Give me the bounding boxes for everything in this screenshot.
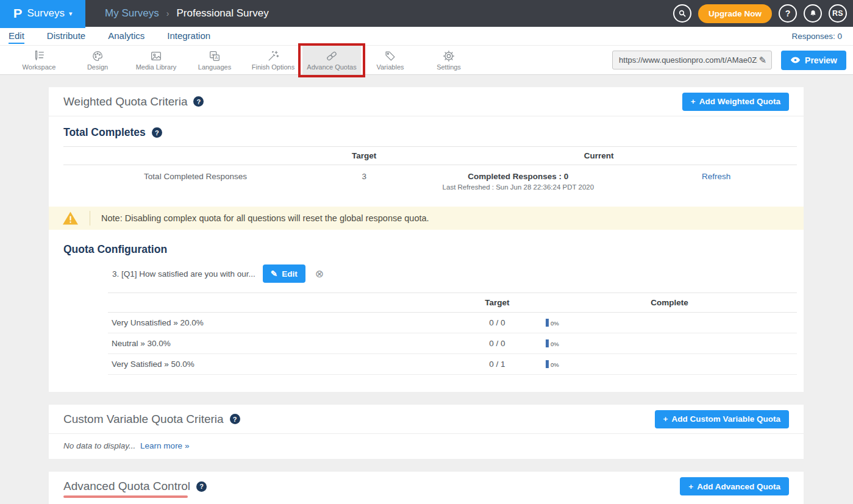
bell-icon: [808, 9, 818, 18]
column-header-target: Target: [327, 147, 401, 165]
total-completes-title: Total Completes: [63, 126, 146, 139]
question-row: 3. [Q1] How satisfied are you with our..…: [112, 264, 796, 283]
quota-configuration-title: Quota Configuration: [63, 243, 167, 256]
edit-question-button[interactable]: ✎ Edit: [263, 264, 305, 283]
toolbar-item-finish-options[interactable]: Finish Options: [244, 46, 302, 74]
progress-bar: [546, 360, 549, 368]
pencil-square-icon: ✎: [271, 269, 277, 279]
translate-icon: жA: [208, 49, 221, 63]
completed-responses-value: Completed Responses : 0: [404, 172, 632, 181]
toolbar-item-label: Advance Quotas: [307, 63, 356, 71]
answer-option-label: Very Unsatisfied » 20.0%: [108, 313, 452, 333]
advanced-quota-card: Advanced Quota Control ? + Add Advanced …: [49, 472, 804, 504]
add-weighted-quota-button[interactable]: + Add Weighted Quota: [682, 93, 789, 111]
help-icon[interactable]: ?: [196, 481, 207, 492]
column-header-complete: Complete: [542, 293, 797, 313]
custom-variable-quota-title: Custom Variable Quota Criteria: [63, 413, 224, 426]
svg-text:A: A: [215, 55, 218, 60]
breadcrumb-current: Professional Survey: [176, 7, 268, 20]
note-text: Note: Disabling complex quota for all qu…: [101, 213, 429, 223]
toolbar-item-media-library[interactable]: Media Library: [127, 46, 185, 74]
toolbar-item-design[interactable]: Design: [68, 46, 127, 74]
no-data-text: No data to display...: [63, 441, 135, 450]
help-icon[interactable]: ?: [193, 96, 204, 107]
survey-nav-tabs: Edit Distribute Analytics Integration Re…: [0, 27, 853, 46]
table-row: Very Satisfied » 50.0% 0 / 1 0%: [108, 354, 797, 375]
target-count[interactable]: 0 / 0: [452, 333, 542, 354]
avatar[interactable]: RS: [829, 4, 847, 23]
magic-wand-icon: [266, 49, 280, 63]
gear-icon: [442, 49, 455, 63]
target-count[interactable]: 0 / 0: [452, 313, 542, 333]
questionpro-logo-icon: P: [13, 6, 22, 21]
toolbar-item-label: Variables: [376, 63, 404, 71]
breadcrumb-my-surveys[interactable]: My Surveys: [105, 7, 159, 20]
toolbar-item-advance-quotas[interactable]: Advance Quotas: [302, 46, 361, 74]
product-menu[interactable]: P Surveys ▾: [0, 0, 85, 27]
percent-value: 0%: [551, 361, 559, 368]
table-row: Very Unsatisfied » 20.0% 0 / 0 0%: [108, 313, 797, 333]
toolbar-item-label: Finish Options: [252, 63, 294, 71]
learn-more-link[interactable]: Learn more »: [140, 441, 189, 450]
survey-url-input[interactable]: [618, 55, 758, 65]
help-icon[interactable]: ?: [152, 127, 162, 138]
add-custom-variable-quota-button[interactable]: + Add Custom Variable Quota: [655, 410, 789, 428]
eye-icon: [790, 56, 801, 64]
edit-url-icon[interactable]: ✎: [758, 55, 766, 66]
edit-toolbar: Workspace Design Media Library жA Langua…: [0, 46, 853, 75]
target-value: 3: [327, 165, 401, 199]
remove-question-icon[interactable]: ⊗: [315, 268, 324, 280]
tag-icon: [384, 49, 397, 63]
answer-option-label: Very Satisfied » 50.0%: [108, 354, 452, 375]
warning-triangle-icon: [62, 211, 79, 225]
plus-icon: +: [663, 414, 668, 424]
last-refreshed-timestamp: Last Refreshed : Sun Jun 28 22:36:24 PDT…: [404, 183, 632, 191]
column-header-current: Current: [401, 147, 797, 165]
custom-variable-quota-card: Custom Variable Quota Criteria ? + Add C…: [49, 405, 804, 459]
help-button[interactable]: ?: [779, 4, 797, 23]
notifications-button[interactable]: [804, 4, 822, 23]
header-actions: Upgrade Now ? RS: [673, 4, 853, 23]
toolbar-item-label: Settings: [437, 63, 461, 71]
refresh-link[interactable]: Refresh: [702, 172, 730, 181]
progress-bar: [546, 319, 549, 327]
tab-edit[interactable]: Edit: [9, 28, 24, 44]
add-advanced-quota-button[interactable]: + Add Advanced Quota: [680, 477, 789, 495]
survey-url-field: ✎: [612, 51, 772, 69]
total-completes-table: Target Current Total Completed Responses…: [63, 146, 797, 199]
upgrade-now-button[interactable]: Upgrade Now: [698, 4, 772, 23]
percent-value: 0%: [551, 320, 559, 327]
toolbar-item-variables[interactable]: Variables: [361, 46, 419, 74]
toolbar-item-label: Languages: [198, 63, 231, 71]
note-divider: [90, 211, 90, 225]
warning-note: Note: Disabling complex quota for all qu…: [49, 207, 804, 230]
target-count[interactable]: 0 / 1: [452, 354, 542, 375]
column-header-target: Target: [452, 293, 542, 313]
help-icon[interactable]: ?: [230, 414, 240, 424]
table-row: Total Completed Responses 3 Completed Re…: [63, 165, 797, 199]
plus-icon: +: [688, 482, 693, 491]
tab-distribute[interactable]: Distribute: [47, 28, 85, 44]
red-underline-annotation: [63, 495, 188, 498]
workspace-icon: [32, 49, 46, 63]
weighted-quota-title: Weighted Quota Criteria: [63, 95, 187, 108]
tab-integration[interactable]: Integration: [167, 28, 210, 44]
image-icon: [149, 49, 163, 63]
quota-configuration-table: Target Complete Very Unsatisfied » 20.0%…: [108, 293, 797, 375]
question-text: 3. [Q1] How satisfied are you with our..…: [112, 269, 255, 279]
table-row: Neutral » 30.0% 0 / 0 0%: [108, 333, 797, 354]
breadcrumb-separator-icon: ›: [166, 9, 170, 18]
toolbar-item-settings[interactable]: Settings: [419, 46, 478, 74]
product-menu-label: Surveys: [27, 7, 65, 20]
toolbar-item-label: Workspace: [23, 63, 56, 71]
preview-label: Preview: [805, 55, 837, 65]
tab-analytics[interactable]: Analytics: [108, 28, 145, 44]
tabrow-accent-bar: [0, 27, 85, 28]
search-button[interactable]: [673, 4, 691, 23]
toolbar-item-languages[interactable]: жA Languages: [185, 46, 244, 74]
responses-count[interactable]: Responses: 0: [791, 32, 853, 41]
preview-button[interactable]: Preview: [781, 51, 846, 70]
toolbar-item-workspace[interactable]: Workspace: [10, 46, 68, 74]
percent-value: 0%: [551, 341, 559, 347]
advanced-quota-title: Advanced Quota Control: [63, 480, 190, 493]
